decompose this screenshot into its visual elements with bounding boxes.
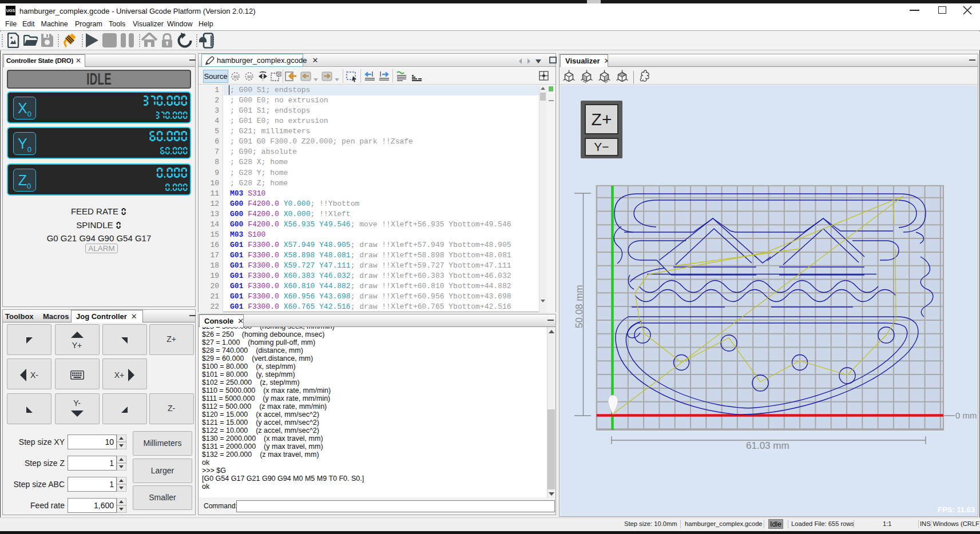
- svg-text:61.03 mm: 61.03 mm: [746, 440, 789, 451]
- svg-text:90: 90: [247, 75, 252, 79]
- svg-text:90: 90: [233, 75, 238, 79]
- svg-text:0 mm: 0 mm: [955, 411, 977, 420]
- svg-text:50.08 mm: 50.08 mm: [574, 285, 585, 328]
